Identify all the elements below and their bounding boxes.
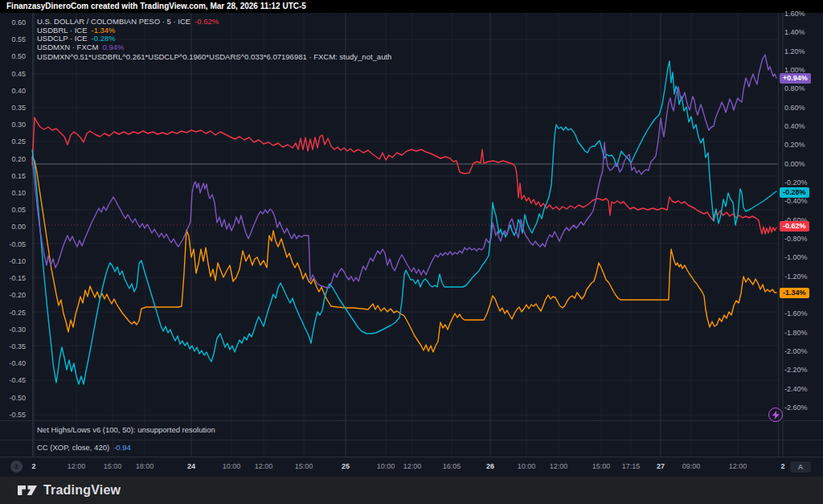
- legend-row[interactable]: USDMXN^0.51*USDBRL^0.261*USDCLP^0.1960*U…: [37, 53, 391, 62]
- left-axis-label: -0.30: [9, 326, 26, 334]
- left-axis-label: -0.15: [9, 274, 26, 282]
- left-axis-label: 0.45: [11, 70, 26, 78]
- left-axis-label: 0.05: [11, 206, 26, 214]
- legend-text: USDCLP · ICE: [37, 34, 88, 43]
- right-axis-label: -2.00%: [784, 347, 808, 355]
- time-axis-label: 12:00: [68, 462, 86, 470]
- legend-change-value: -0.28%: [92, 34, 116, 43]
- time-scale[interactable]: z A 212:0015:0018:002410:0012:0015:00251…: [0, 457, 823, 477]
- legend-row[interactable]: USDBRL · ICE-1.34%: [37, 27, 391, 35]
- left-axis-label: -0.45: [9, 376, 26, 384]
- legend-row[interactable]: USDMXN · FXCM0.94%: [37, 43, 391, 52]
- right-axis-label: -1.20%: [784, 272, 808, 281]
- indicator-cc[interactable]: CC (XOP, close, 420)-0.94: [37, 443, 131, 452]
- left-axis-label: -0.55: [9, 411, 26, 419]
- indicator-value: -0.94: [113, 443, 131, 452]
- time-axis-label: 15:00: [295, 462, 313, 470]
- left-axis-label: 0.40: [11, 87, 26, 95]
- time-axis-label: 12:00: [729, 462, 747, 470]
- legend-text: U.S. DOLLAR / COLOMBIAN PESO · 5 · ICE: [37, 17, 190, 26]
- time-axis-label: 15:00: [104, 462, 122, 470]
- left-axis-label: 0.55: [11, 35, 26, 43]
- legend-row[interactable]: U.S. DOLLAR / COLOMBIAN PESO · 5 · ICE-0…: [37, 18, 391, 27]
- right-axis-label: 0.00%: [784, 160, 805, 168]
- left-axis-label: -0.05: [9, 240, 26, 248]
- boost-icon[interactable]: [768, 408, 783, 422]
- left-axis-label: -0.10: [9, 257, 26, 265]
- left-axis-label: -0.35: [9, 342, 26, 350]
- right-percent-scale[interactable]: 1.60%1.40%1.20%1.00%0.80%0.60%0.40%0.20%…: [778, 0, 823, 476]
- legend-change-value: -0.62%: [194, 17, 219, 26]
- right-axis-label: 0.80%: [784, 84, 805, 92]
- left-price-scale[interactable]: 0.600.550.500.450.400.350.300.250.200.15…: [0, 0, 29, 457]
- indicator-label: CC (XOP, close, 420): [37, 443, 109, 452]
- right-axis-label: -2.60%: [784, 404, 808, 412]
- pane-separator-1[interactable]: [0, 420, 823, 421]
- tradingview-chart-screen: FinanzasyDineroCom created with TradingV…: [0, 0, 823, 504]
- time-axis-label: 27: [657, 462, 665, 470]
- time-axis-label: 24: [187, 462, 195, 470]
- lightning-bolt-icon: [772, 411, 780, 420]
- indicator-net-highs-lows[interactable]: Net Highs/Lows v6 (100, 50): unsupported…: [37, 425, 215, 434]
- price-badge: -1.34%: [780, 288, 809, 298]
- right-axis-label: -0.80%: [784, 235, 808, 243]
- time-axis-label: 10:00: [518, 462, 536, 470]
- time-axis-label: 17:15: [622, 462, 641, 470]
- right-axis-label: -0.40%: [784, 197, 808, 205]
- left-scale-border: [32, 13, 33, 457]
- indicator-label: Net Highs/Lows v6 (100, 50): unsupported…: [37, 425, 215, 434]
- series-line-usdclp[interactable]: [32, 61, 776, 384]
- series-line-usdbrl[interactable]: [32, 158, 776, 352]
- pane-separator-2[interactable]: [0, 440, 823, 440]
- price-badge: -0.62%: [780, 221, 809, 232]
- right-axis-label: -2.20%: [784, 366, 808, 374]
- legend-change-value: -1.34%: [91, 26, 115, 35]
- timezone-icon[interactable]: z: [10, 461, 23, 473]
- time-axis-label: 15:00: [592, 462, 611, 470]
- time-axis-label: 12:00: [403, 462, 422, 470]
- left-axis-label: 0.60: [11, 18, 26, 27]
- right-axis-label: -1.80%: [784, 329, 808, 337]
- right-axis-label: 1.60%: [784, 10, 805, 18]
- tradingview-logo-text[interactable]: TradingView: [43, 483, 121, 498]
- left-axis-label: -0.25: [9, 309, 26, 317]
- left-axis-label: 0.00: [11, 223, 26, 231]
- time-axis-label: 10:00: [377, 462, 395, 470]
- right-axis-label: -1.00%: [784, 253, 808, 261]
- left-axis-label: 0.10: [11, 189, 26, 197]
- left-axis-label: 0.20: [11, 155, 26, 163]
- symbol-legend[interactable]: U.S. DOLLAR / COLOMBIAN PESO · 5 · ICE-0…: [37, 18, 391, 62]
- tradingview-logo-icon[interactable]: [18, 484, 38, 497]
- time-axis-label: 18:00: [136, 462, 154, 470]
- time-axis-label: 2: [31, 462, 35, 470]
- legend-text: USDMXN · FXCM: [37, 43, 99, 51]
- left-axis-label: -0.40: [9, 359, 26, 367]
- bottom-brand-bar: TradingView: [0, 476, 823, 504]
- right-axis-label: 1.20%: [784, 47, 805, 55]
- legend-text: USDMXN^0.51*USDBRL^0.261*USDCLP^0.1960*U…: [37, 52, 391, 61]
- time-axis-label: 2: [780, 462, 784, 470]
- right-axis-label: -0.20%: [784, 178, 808, 186]
- legend-change-value: 0.94%: [103, 43, 125, 51]
- right-axis-label: -2.40%: [784, 385, 808, 393]
- right-axis-label: -1.60%: [784, 309, 808, 318]
- time-axis-label: 26: [486, 462, 494, 470]
- right-axis-label: 0.20%: [784, 141, 805, 149]
- time-axis-label: 10:00: [223, 462, 241, 470]
- right-axis-label: 1.40%: [784, 28, 805, 36]
- left-axis-label: -0.50: [9, 394, 26, 402]
- left-axis-label: -0.20: [9, 291, 26, 299]
- left-axis-label: 0.30: [11, 121, 26, 129]
- legend-text: USDBRL · ICE: [37, 26, 87, 35]
- price-badge: +0.94%: [780, 73, 811, 84]
- time-axis-label: 09:00: [682, 462, 701, 470]
- auto-scale-button[interactable]: A: [790, 461, 811, 473]
- time-axis-label: 16:05: [443, 462, 461, 470]
- time-axis-label: 25: [342, 462, 350, 470]
- price-badge: -0.28%: [780, 187, 809, 198]
- time-axis-label: 12:00: [255, 462, 273, 470]
- left-axis-label: 0.25: [11, 137, 26, 145]
- left-axis-label: 0.35: [11, 104, 26, 112]
- left-axis-label: 0.50: [11, 52, 26, 60]
- time-axis-label: 12:00: [550, 462, 568, 470]
